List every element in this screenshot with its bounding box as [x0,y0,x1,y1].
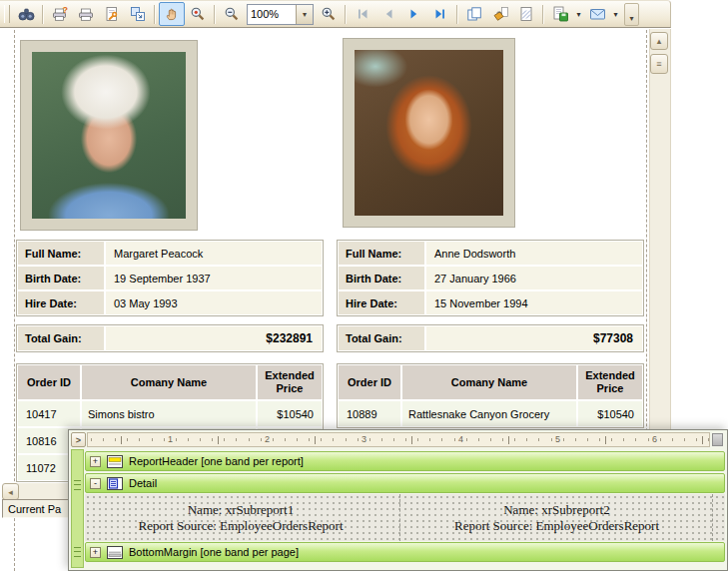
ruler-mark: 1 [167,434,174,444]
envelope-icon [589,7,606,21]
watermark-icon [518,6,534,22]
scale-icon [130,6,146,22]
band-bottom-margin[interactable]: + BottomMargin [one band per page] [85,542,725,562]
arrow-left-icon: ◂ [8,487,13,497]
toolbar-separator [42,5,44,24]
zoom-in-icon [321,6,337,22]
scroll-up-button[interactable]: ▴ [650,32,668,50]
scale-button[interactable] [125,2,151,26]
page-setup-icon [104,6,120,22]
first-page-button[interactable] [350,2,375,26]
toolbar-separator [542,5,544,24]
print-dialog-button[interactable]: ? [47,2,73,26]
last-page-button[interactable] [427,2,453,26]
report-designer-panel: > 1 2 3 4 5 6 + ReportHeader [one band p… [68,429,728,571]
subreport-name: Name: xrSubreport1 [188,502,295,518]
info-label: Full Name: [18,242,104,265]
info-label: Birth Date: [18,267,104,289]
send-email-button[interactable] [584,2,610,26]
info-label: Full Name: [339,242,424,265]
orders-header: Extended Price [578,365,642,399]
info-value: 27 January 1966 [426,267,642,289]
ruler-mark: 2 [264,434,271,444]
employee-photo-frame [20,40,198,231]
zoom-input[interactable] [248,5,296,24]
orders-header: Comany Name [82,365,256,399]
toolbar-separator [456,5,458,24]
grip-icon [74,480,81,490]
print-button[interactable] [73,2,99,26]
orders-header: Extended Price [258,365,322,399]
subreport-control-1[interactable]: Name: xrSubreport1 Report Source: Employ… [85,494,396,541]
order-id-cell: 10417 [18,401,80,426]
hand-tool-icon [164,6,180,22]
next-page-icon [407,7,421,21]
ruler-mark: 6 [651,434,658,444]
subreport-name: Name: xrSubreport2 [503,502,610,518]
hand-tool-button[interactable] [159,2,185,26]
band-label: Detail [129,477,157,489]
info-label: Birth Date: [339,267,424,289]
magnifier-icon [190,6,206,22]
orders-header: Order ID [18,365,80,399]
band-drag-strip[interactable] [71,449,84,568]
previous-page-icon [381,7,395,21]
report-header-band-icon [107,455,123,468]
email-dropdown-button[interactable]: ▾ [610,3,621,25]
collapse-minus-icon[interactable]: - [90,478,101,489]
toolbar-overflow-button[interactable]: ▾ [624,3,639,26]
next-page-button[interactable] [401,2,427,26]
toolbar-grip[interactable] [4,5,10,23]
expand-icon[interactable]: + [90,547,101,558]
zoom-in-button[interactable] [316,2,342,26]
info-label: Hire Date: [339,291,424,314]
page-setup-button[interactable] [99,2,125,26]
ruler-mark: 3 [361,434,367,444]
design-margin-line [712,494,713,541]
total-gain-row: Total Gain: $77308 [337,324,644,352]
zoom-dropdown-button[interactable]: ▾ [296,5,313,24]
employee-photo-frame [343,38,515,228]
employee-photo-margaret [32,52,186,219]
export-dropdown-button[interactable]: ▾ [573,3,584,25]
info-value: 03 May 1993 [106,291,322,314]
multiple-pages-icon [466,6,482,22]
info-value: Margaret Peacock [106,242,322,265]
scroll-left-button[interactable]: ◂ [2,483,19,500]
band-label: BottomMargin [one band per page] [129,546,299,558]
scrollbar-thumb[interactable]: ≡ [650,54,668,74]
export-document-button[interactable] [547,2,573,26]
order-id-cell: 10889 [339,401,400,426]
subreport-source: Report Source: EmployeeOrdersReport [138,518,343,534]
printer-icon [78,6,94,22]
orders-table: Order ID Comany Name Extended Price 1088… [337,363,644,428]
magnifier-tool-button[interactable] [185,2,211,26]
total-gain-row: Total Gain: $232891 [16,324,324,352]
total-gain-label: Total Gain: [339,326,424,350]
designer-collapse-button[interactable]: > [71,432,86,447]
search-button[interactable] [13,2,39,26]
subreport-source: Report Source: EmployeeOrdersReport [454,518,659,534]
background-color-button[interactable] [487,2,513,26]
print-dialog-icon: ? [52,6,68,22]
chevron-down-icon: ▾ [613,10,617,19]
toolbar-separator [154,5,156,24]
expand-icon[interactable]: + [90,456,101,467]
zoom-combo: ▾ [247,4,314,25]
multiple-pages-button[interactable] [461,2,487,26]
previous-page-button[interactable] [375,2,401,26]
designer-ruler: 1 2 3 4 5 6 [87,432,710,447]
bottom-margin-band-icon [107,546,123,559]
toolbar-separator [345,5,347,24]
chevron-right-icon: > [76,435,81,445]
watermark-button[interactable] [513,2,539,26]
orders-header: Comany Name [402,365,576,399]
band-report-header[interactable]: + ReportHeader [one band per report] [85,451,725,471]
subreport-control-2[interactable]: Name: xrSubreport2 Report Source: Employ… [399,494,713,541]
zoom-out-button[interactable] [219,2,245,26]
band-detail[interactable]: - Detail [85,473,725,493]
employee-info-table: Full Name: Margaret Peacock Birth Date: … [16,240,324,316]
employee-info-table: Full Name: Anne Dodsworth Birth Date: 27… [337,240,644,316]
horizontal-scrollbar[interactable] [18,483,70,500]
ruler-mark: 4 [457,434,464,444]
